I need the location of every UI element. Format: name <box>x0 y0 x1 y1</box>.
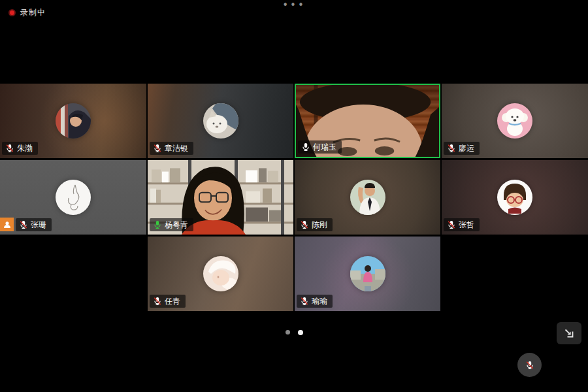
participant-tile-zhubo[interactable]: 朱渤 <box>0 84 146 158</box>
participant-tile-renqing[interactable]: 任青 <box>148 237 293 311</box>
page-indicator <box>0 330 588 335</box>
collapse-view-button[interactable] <box>557 322 581 344</box>
name-plate: 朱渤 <box>2 142 38 155</box>
avatar <box>497 103 532 139</box>
mic-muted-icon <box>19 220 28 229</box>
name-plate: 何瑞玉 <box>298 140 342 154</box>
self-mic-button[interactable] <box>517 353 542 377</box>
participant-name: 张珊 <box>31 220 46 230</box>
participant-tile-zhangzhe[interactable]: 张哲 <box>442 160 588 235</box>
person-status-badge <box>0 218 14 231</box>
page-dot-1[interactable] <box>286 330 290 335</box>
participant-name: 张哲 <box>459 220 474 230</box>
name-plate: 瑜瑜 <box>297 295 333 308</box>
name-plate: 张哲 <box>444 218 480 231</box>
mic-on-icon <box>301 142 310 152</box>
mic-muted-icon <box>300 220 309 229</box>
exit-fullscreen-arrow-icon <box>563 327 576 340</box>
more-options-icon[interactable]: ••• <box>0 0 588 10</box>
mic-speaking-icon <box>153 220 162 229</box>
participant-tile-yangyueqing[interactable]: 杨粤青 <box>148 160 293 235</box>
participant-name: 瑜瑜 <box>312 296 327 306</box>
meeting-window: 录制中 ••• 朱渤 章洁银 何瑞玉 <box>0 0 588 392</box>
avatar <box>56 103 91 139</box>
participant-name: 廖运 <box>459 143 474 154</box>
person-icon <box>3 220 12 229</box>
participant-name: 朱渤 <box>17 143 33 154</box>
mic-muted-icon <box>300 297 309 306</box>
participant-tile-yuyu[interactable]: 瑜瑜 <box>295 237 440 311</box>
name-plate: 杨粤青 <box>150 218 193 231</box>
name-plate: 张珊 <box>16 218 52 231</box>
avatar <box>56 180 91 215</box>
participant-tile-liaoyun[interactable]: 廖运 <box>442 84 588 158</box>
avatar <box>203 256 238 291</box>
avatar <box>203 103 238 139</box>
participant-name: 任青 <box>165 296 180 306</box>
participant-tile-heruiyu[interactable]: 何瑞玉 <box>295 84 440 158</box>
avatar <box>350 256 385 291</box>
mic-muted-icon <box>447 144 456 153</box>
participant-name: 杨粤青 <box>165 220 188 230</box>
avatar <box>350 180 385 215</box>
avatar <box>497 180 532 215</box>
name-plate: 章洁银 <box>150 142 193 155</box>
name-plate: 陈刚 <box>297 218 333 231</box>
page-dot-2[interactable] <box>298 330 303 335</box>
mic-muted-icon <box>153 297 162 306</box>
participant-name: 陈刚 <box>312 220 327 230</box>
participant-tile-chengang[interactable]: 陈刚 <box>295 160 440 235</box>
name-plate: 廖运 <box>444 142 480 155</box>
participant-tile-zhangshan[interactable]: 张珊 <box>0 160 146 235</box>
participant-name: 章洁银 <box>165 143 188 154</box>
participant-tile-zhangjieyin[interactable]: 章洁银 <box>148 84 293 158</box>
mic-muted-icon <box>525 361 534 370</box>
name-plate: 任青 <box>150 295 186 308</box>
mic-muted-icon <box>5 144 14 153</box>
mic-muted-icon <box>447 220 456 229</box>
participant-name: 何瑞玉 <box>313 142 336 152</box>
mic-muted-icon <box>153 144 162 153</box>
